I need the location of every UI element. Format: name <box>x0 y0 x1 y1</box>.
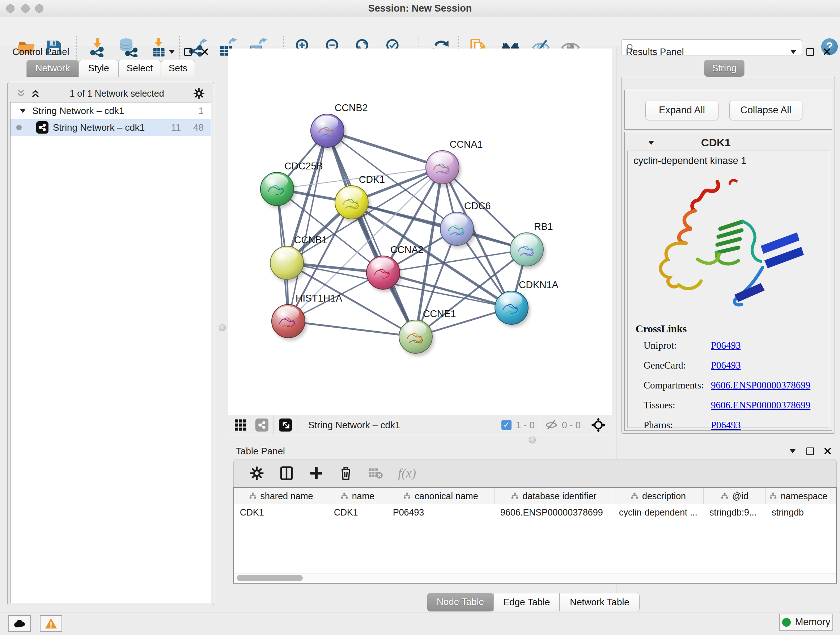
table-cell[interactable]: P06493 <box>387 504 494 520</box>
collection-expand-icon[interactable] <box>20 109 26 113</box>
crosslink-row: Tissues:9606.ENSP00000378699 <box>644 400 829 411</box>
crosslink-value-link[interactable]: P06493 <box>711 360 741 371</box>
network-edge-HIST1H1A-CCNE1[interactable] <box>288 321 416 337</box>
tab-edge-table[interactable]: Edge Table <box>493 593 560 611</box>
network-options-gear-icon[interactable] <box>193 88 205 99</box>
column-header-@id[interactable]: @id <box>704 488 766 504</box>
crosslink-value-link[interactable]: 9606.ENSP00000378699 <box>711 400 810 411</box>
network-edge-CCNB2-CCNE1[interactable] <box>327 131 416 337</box>
table-cell[interactable]: stringdb:9... <box>704 504 766 520</box>
node-label-HIST1H1A: HIST1H1A <box>295 293 342 304</box>
warning-status-button[interactable] <box>40 615 62 632</box>
table-panel-close-icon[interactable] <box>823 447 832 455</box>
column-header-description[interactable]: description <box>613 488 704 504</box>
table-panel-float-icon[interactable] <box>806 448 814 455</box>
results-panel-float-icon[interactable] <box>806 48 814 56</box>
crosslink-value-link[interactable]: P06493 <box>711 340 741 351</box>
network-node-CDC25B[interactable] <box>260 172 294 206</box>
control-panel-float-icon[interactable] <box>184 48 192 56</box>
horizontal-scrollbar[interactable] <box>234 573 836 583</box>
crosslink-label: Pharos: <box>644 420 711 431</box>
gene-detail-box: cyclin-dependent kinase 1 CrossLinks Uni… <box>627 150 829 428</box>
crosslink-value-link[interactable]: 9606.ENSP00000378699 <box>711 380 810 391</box>
network-node-CDKN1A[interactable] <box>494 291 529 325</box>
gene-section-header[interactable]: CDK1 <box>624 135 832 150</box>
network-edge-CCNA2-CDKN1A[interactable] <box>383 272 512 308</box>
birds-eye-view-icon[interactable] <box>279 418 292 432</box>
table-cell[interactable]: CDK1 <box>234 504 328 520</box>
crosslink-value-link[interactable]: P06493 <box>711 420 741 431</box>
table-cell[interactable]: CDK1 <box>328 504 387 520</box>
network-node-CDC6[interactable] <box>440 212 474 246</box>
network-canvas[interactable]: CCNB2CCNA1CDC25BCDK1CDC6RB1CCNB1CCNA2CDK… <box>228 49 612 415</box>
grid-view-icon[interactable] <box>234 419 247 431</box>
tab-node-table[interactable]: Node Table <box>427 593 493 611</box>
table-header-row: shared namenamecanonical namedatabase id… <box>234 488 836 504</box>
table-panel-title: Table Panel <box>236 446 285 457</box>
network-node-count: 11 <box>171 122 181 133</box>
network-collection-row[interactable]: String Network – cdk1 1 <box>11 103 211 119</box>
scrollbar-thumb[interactable] <box>237 575 303 581</box>
expand-all-networks-icon[interactable] <box>30 88 41 98</box>
network-node-CCNB2[interactable] <box>310 114 344 148</box>
table-settings-gear-icon[interactable] <box>249 466 264 480</box>
create-column-icon[interactable] <box>309 466 324 480</box>
results-panel-menu-icon[interactable] <box>790 50 796 54</box>
results-panel-close-icon[interactable] <box>823 48 831 56</box>
column-header-database-identifier[interactable]: database identifier <box>494 488 613 504</box>
table-row[interactable]: CDK1CDK1P064939606.ENSP00000378699cyclin… <box>234 504 836 520</box>
network-row-selected[interactable]: String Network – cdk1 11 48 <box>11 119 211 136</box>
network-node-CCNE1[interactable] <box>399 320 433 354</box>
tab-network[interactable]: Network <box>27 60 79 77</box>
show-column-icon[interactable] <box>279 466 294 480</box>
gene-collapse-icon[interactable] <box>648 141 654 145</box>
node-table: shared namenamecanonical namedatabase id… <box>233 487 837 584</box>
tab-string[interactable]: String <box>704 60 745 77</box>
gene-description: cyclin-dependent kinase 1 <box>633 155 829 166</box>
network-edge-CCNB2-CCNA1[interactable] <box>327 131 442 167</box>
tab-sets[interactable]: Sets <box>161 60 195 77</box>
window-title: Session: New Session <box>0 0 840 17</box>
column-header-shared-name[interactable]: shared name <box>234 488 328 504</box>
selected-checkbox-icon[interactable]: ✓ <box>501 420 512 430</box>
column-tree-icon <box>403 492 411 500</box>
node-structure-thumbnail <box>403 325 429 351</box>
collection-label: String Network – cdk1 <box>32 105 124 117</box>
network-edge-count: 48 <box>193 122 204 133</box>
network-view-share-icon[interactable] <box>256 418 268 432</box>
table-cell[interactable]: 9606.ENSP00000378699 <box>494 504 613 520</box>
network-node-CCNA1[interactable] <box>425 150 459 184</box>
left-splitter-handle[interactable] <box>219 325 226 331</box>
network-node-HIST1H1A[interactable] <box>271 304 305 338</box>
table-cell[interactable]: cyclin-dependent ... <box>613 504 704 520</box>
toolbar-separator <box>297 415 297 435</box>
tab-style[interactable]: Style <box>79 60 118 77</box>
delete-column-icon[interactable] <box>339 466 353 480</box>
network-node-RB1[interactable] <box>510 233 544 266</box>
table-toolbar: f(x) <box>233 459 837 487</box>
tab-network-table[interactable]: Network Table <box>560 593 639 611</box>
collapse-all-networks-icon[interactable] <box>16 88 26 98</box>
control-panel-close-icon[interactable] <box>201 48 209 56</box>
column-header-name[interactable]: name <box>328 488 387 504</box>
table-cell[interactable]: stringdb <box>766 504 831 520</box>
cloud-status-button[interactable] <box>8 615 31 632</box>
control-panel-menu-icon[interactable] <box>169 50 175 54</box>
collapse-all-button[interactable]: Collapse All <box>729 101 802 120</box>
column-header-namespace[interactable]: namespace <box>766 488 831 504</box>
toolbar-separator <box>586 415 586 435</box>
crosslink-row: Compartments:9606.ENSP00000378699 <box>644 380 829 391</box>
network-label: String Network – cdk1 <box>53 122 145 133</box>
node-label-CCNB1: CCNB1 <box>294 234 327 246</box>
network-node-CCNB1[interactable] <box>270 246 304 280</box>
tab-select[interactable]: Select <box>118 60 161 77</box>
network-node-CDK1[interactable] <box>335 185 369 219</box>
bottom-splitter-handle[interactable] <box>529 437 536 443</box>
expand-all-button[interactable]: Expand All <box>645 101 718 120</box>
memory-button[interactable]: Memory <box>779 614 833 631</box>
hidden-eye-slash-icon[interactable] <box>545 419 557 431</box>
table-panel-menu-icon[interactable] <box>790 449 796 453</box>
center-view-target-icon[interactable] <box>591 418 606 432</box>
network-node-CCNA2[interactable] <box>366 256 400 290</box>
column-header-canonical-name[interactable]: canonical name <box>387 488 494 504</box>
